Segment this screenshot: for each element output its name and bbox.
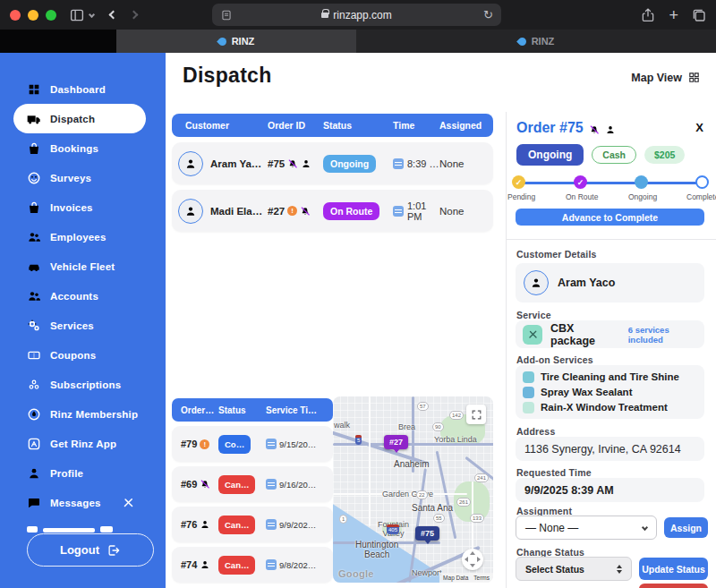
map[interactable]: walk Brea Yorba Linda Anaheim Garden Gro…: [333, 396, 493, 583]
address-bar[interactable]: rinzapp.com ↻: [212, 4, 501, 26]
addon-icon: [523, 402, 534, 413]
service-date: 9/16/20…: [279, 480, 316, 490]
status-badge: Can…: [218, 475, 255, 494]
sidebar-item-surveys[interactable]: Surveys: [13, 163, 146, 192]
chevron-down-icon[interactable]: [89, 12, 95, 18]
advance-to-complete-button[interactable]: Advance to Complete: [516, 209, 704, 226]
order-id: #27: [268, 206, 285, 217]
customer-name: Madi Ela…: [210, 206, 262, 217]
tab-overview-icon[interactable]: [691, 7, 707, 23]
sidebar-toggle-icon[interactable]: [69, 7, 85, 23]
step-label-complete: Complete: [686, 192, 716, 201]
fullscreen-button[interactable]: [466, 405, 486, 424]
terms-link[interactable]: Terms: [473, 575, 490, 581]
zoom-window-button[interactable]: [46, 10, 56, 21]
assignment-value: — None —: [525, 522, 578, 534]
order-id: #75: [268, 158, 285, 169]
assignment-select[interactable]: — None —: [516, 516, 657, 540]
close-window-button[interactable]: [10, 10, 21, 21]
share-icon[interactable]: [640, 7, 656, 23]
section-divider: [507, 239, 716, 240]
person-icon: [200, 559, 210, 570]
rinz-favicon: [516, 36, 528, 47]
bag-icon: [27, 200, 41, 215]
map-label-yorba-linda: Yorba Linda: [434, 435, 477, 444]
recent-row-74[interactable]: #74 Can… 9/8/202…: [172, 547, 333, 583]
sidebar-item-services[interactable]: Services: [13, 311, 146, 340]
sidebar-item-label: Get Rinz App: [50, 439, 116, 449]
sidebar-item-subscriptions[interactable]: Subscriptions: [13, 370, 146, 399]
pan-control[interactable]: [462, 549, 483, 570]
status-badge: Ongoing: [323, 155, 376, 173]
sidebar-item-messages[interactable]: Messages: [13, 488, 146, 517]
smiley-icon: [27, 171, 41, 185]
status-select[interactable]: Select Status: [516, 557, 632, 581]
sidebar-item-employees[interactable]: Employees: [13, 222, 146, 251]
sidebar-item-dashboard[interactable]: Dashboard: [13, 74, 146, 104]
reload-icon[interactable]: ↻: [483, 8, 493, 21]
addon-services-card: Tire Cleaning and Tire Shine Spray Wax S…: [516, 365, 704, 419]
status-badge: Can…: [218, 516, 255, 534]
map-view-button[interactable]: Map View: [631, 71, 701, 84]
sidebar-item-label: Profile: [50, 468, 83, 479]
sidebar-item-get-rinz-app[interactable]: Get Rinz App: [13, 429, 146, 458]
tab-rinz-inactive[interactable]: RINZ: [356, 30, 716, 53]
recent-row-69[interactable]: #69 Can… 9/16/20…: [172, 466, 333, 502]
close-panel-button[interactable]: X: [695, 121, 703, 134]
status-badge: Co…: [218, 435, 251, 454]
back-icon[interactable]: [109, 11, 118, 20]
new-tab-button[interactable]: +: [669, 7, 678, 23]
person-icon: [605, 123, 616, 133]
addon-item: Spray Wax Sealant: [541, 387, 632, 397]
car-icon: [27, 260, 41, 274]
service-card: CBX package 6 services included: [516, 320, 704, 348]
person-icon: [27, 466, 41, 481]
sidebar-item-vehicle-fleet[interactable]: Vehicle Fleet: [13, 251, 146, 281]
map-data-link[interactable]: Map Data: [443, 575, 468, 581]
gears-icon: [27, 319, 41, 333]
order-row-75[interactable]: Aram Ya… #75 Ongoing 8:39 … None: [172, 142, 493, 184]
bell-slash-icon: [300, 206, 311, 217]
amount-badge: $205: [644, 146, 685, 164]
order-row-27[interactable]: Madi Ela… #27! On Route 1:01 PM None: [172, 190, 493, 232]
sidebar-item-bookings[interactable]: Bookings: [13, 133, 146, 163]
minimize-window-button[interactable]: [28, 10, 38, 21]
sidebar-item-invoices[interactable]: Invoices: [13, 192, 146, 222]
map-label-santa-ana: Santa Ana: [412, 503, 453, 513]
sidebar-item-label: Invoices: [50, 202, 93, 213]
calendar-icon: [266, 519, 277, 530]
service-date: 9/15/20…: [279, 439, 316, 449]
order-id: #79: [181, 439, 197, 449]
sidebar-item-partially-hidden[interactable]: [27, 524, 146, 533]
update-status-button[interactable]: Update Status: [639, 558, 708, 580]
service-date: 9/9/202…: [279, 520, 316, 530]
status-badge: Can…: [218, 556, 255, 575]
forward-icon[interactable]: [130, 11, 139, 20]
logout-button[interactable]: Logout: [27, 533, 154, 567]
recent-row-76[interactable]: #76 Can… 9/9/202…: [172, 507, 333, 542]
sidebar-item-label: Bookings: [50, 143, 98, 154]
tab-rinz-active[interactable]: RINZ: [116, 30, 356, 53]
step-pending-dot: ✓: [512, 175, 525, 189]
service-package-icon: [523, 325, 542, 345]
interstate-shield-405: 405: [387, 524, 399, 534]
cancel-button-partial[interactable]: [639, 584, 708, 588]
sidebar-item-rinz-membership[interactable]: Rinz Membership: [13, 399, 146, 429]
assign-button[interactable]: Assign: [664, 517, 708, 538]
sidebar-item-profile[interactable]: Profile: [13, 458, 146, 488]
tab-label: RINZ: [532, 36, 555, 47]
map-marker-order-27[interactable]: #27: [384, 435, 408, 449]
ticket-icon: [27, 348, 41, 362]
sidebar-item-accounts[interactable]: Accounts: [13, 281, 146, 311]
recent-row-79[interactable]: #79! Co… 9/15/20…: [172, 426, 333, 462]
service-meta: 6 services included: [628, 325, 704, 345]
order-time: 8:39 …: [407, 158, 439, 169]
map-marker-order-75[interactable]: #75: [415, 526, 439, 541]
sidebar-item-label: Services: [50, 320, 94, 331]
sidebar-item-dispatch[interactable]: Dispatch: [13, 104, 146, 133]
alert-icon: !: [200, 439, 209, 449]
sidebar-item-coupons[interactable]: Coupons: [13, 340, 146, 370]
recent-table-header: Order… Status Service Ti…: [172, 398, 333, 422]
order-id: #69: [181, 479, 197, 490]
route-shield-22: 22: [416, 490, 428, 499]
